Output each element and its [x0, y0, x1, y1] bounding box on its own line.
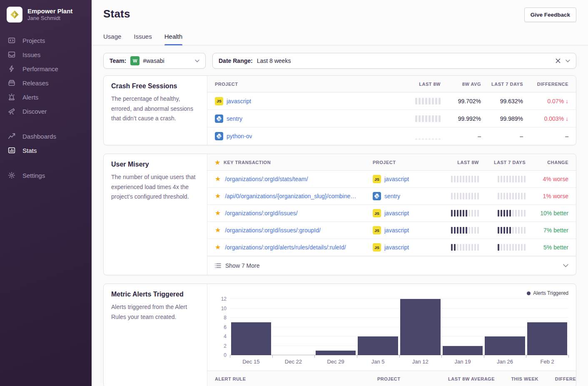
crash-free-sessions-panel: Crash Free Sessions The percentage of he…	[103, 75, 576, 145]
sidebar-item-releases[interactable]: Releases	[0, 76, 92, 90]
sparkline-last-8w	[439, 193, 479, 199]
sidebar-item-projects[interactable]: Projects	[0, 33, 92, 47]
sidebar-item-label: Issues	[22, 51, 40, 58]
app-root: Empower Plant Jane Schmidt ProjectsIssue…	[0, 0, 588, 386]
page-body: Team: W #wasabi Date Range: Last 8 weeks	[92, 45, 588, 386]
project-cell: sentry	[215, 115, 391, 123]
sparkline-cell	[391, 133, 441, 139]
x-axis-tick	[399, 355, 400, 358]
column-header-difference: Difference	[523, 82, 568, 87]
x-axis-label: Jan 19	[441, 359, 484, 365]
sidebar-item-label: Stats	[22, 147, 37, 154]
project-link[interactable]: javascript	[384, 227, 409, 234]
chart-bar[interactable]	[485, 336, 525, 355]
last-7-days-value: 99.632%	[481, 98, 523, 105]
org-switcher[interactable]: Empower Plant Jane Schmidt	[0, 7, 92, 22]
project-link[interactable]: javascript	[227, 98, 251, 105]
team-selector[interactable]: Team: W #wasabi	[103, 53, 206, 69]
project-link[interactable]: javascript	[384, 210, 409, 217]
y-axis-label: 12	[215, 296, 227, 302]
transaction-link[interactable]: /organizations/:orgId/issues/:groupId/	[225, 227, 321, 234]
star-icon[interactable]: ★	[215, 193, 221, 199]
star-icon[interactable]: ★	[215, 244, 221, 251]
chart-bar[interactable]	[316, 351, 356, 355]
sidebar-nav-group: DashboardsStats	[0, 129, 92, 157]
date-range-selector[interactable]: Date Range: Last 8 weeks	[212, 53, 576, 69]
chart-bar-slot	[272, 299, 315, 355]
chart-bar[interactable]	[527, 322, 568, 355]
user-misery-description: The number of unique users that experien…	[111, 172, 199, 202]
sparkline-last-8w	[439, 210, 479, 217]
alert-rules-table-header: Alert RuleProjectLast 8W AverageThis Wee…	[207, 371, 576, 386]
tab-issues[interactable]: Issues	[134, 33, 152, 45]
show-more-label: Show 7 More	[225, 262, 259, 269]
project-link[interactable]: sentry	[384, 193, 400, 199]
project-link[interactable]: sentry	[227, 115, 242, 122]
difference-value: 0.003% ↓	[523, 115, 568, 122]
project-link[interactable]: javascript	[384, 244, 409, 251]
sidebar-item-dashboards[interactable]: Dashboards	[0, 129, 92, 143]
table-row: python-ov–––	[207, 127, 576, 145]
crash-free-sessions-table: ProjectLast 8W8W AvgLast 7 DaysDifferenc…	[207, 76, 576, 145]
alerts-icon	[7, 93, 16, 101]
difference-value: 0.07% ↓	[523, 98, 568, 105]
transaction-link[interactable]: /organizations/:orgId/stats/team/	[225, 176, 308, 182]
chart-bar[interactable]	[231, 322, 272, 355]
project-cell: python-ov	[215, 132, 391, 140]
column-header-last-7-days: Last 7 Days	[481, 82, 523, 87]
star-icon[interactable]: ★	[215, 227, 221, 234]
column-header-difference: Difference	[538, 376, 576, 381]
transaction-link[interactable]: /organizations/:orgId/alerts/rules/detai…	[225, 244, 346, 251]
key-transaction-cell: ★/organizations/:orgId/alerts/rules/deta…	[215, 244, 373, 251]
chart-bar-slot	[399, 299, 442, 355]
filter-bar: Team: W #wasabi Date Range: Last 8 weeks	[103, 53, 576, 69]
x-axis-label: Dec 29	[314, 359, 357, 365]
sparkline-cell	[479, 193, 526, 199]
transaction-link[interactable]: /organizations/:orgId/issues/	[225, 210, 297, 217]
sidebar-item-alerts[interactable]: Alerts	[0, 90, 92, 104]
column-header-alert-rule: Alert Rule	[215, 376, 377, 381]
user-misery-info: User Misery The number of unique users t…	[104, 154, 207, 275]
column-header-this-week: This Week	[495, 376, 538, 381]
sidebar-item-label: Discover	[22, 108, 47, 115]
sidebar-nav: ProjectsIssuesPerformanceReleasesAlertsD…	[0, 33, 92, 182]
chart-bar[interactable]	[443, 346, 483, 356]
column-header-key-transaction: ★ Key Transaction	[215, 159, 373, 165]
tab-health[interactable]: Health	[164, 33, 182, 45]
sparkline-last-7-days	[479, 176, 526, 182]
sidebar-item-label: Projects	[22, 37, 45, 44]
sidebar-item-performance[interactable]: Performance	[0, 62, 92, 76]
column-header-last-8w: Last 8W	[391, 82, 441, 87]
project-link[interactable]: javascript	[384, 176, 409, 182]
page-header: Stats Give Feedback UsageIssuesHealth	[92, 0, 588, 45]
sidebar-item-issues[interactable]: Issues	[0, 47, 92, 62]
show-more-row[interactable]: Show 7 More	[207, 256, 576, 275]
user-misery-table-body: ★/organizations/:orgId/stats/team/JSjava…	[207, 171, 576, 256]
star-icon[interactable]: ★	[215, 210, 221, 217]
give-feedback-button[interactable]: Give Feedback	[524, 7, 576, 22]
sparkline-cell	[439, 210, 479, 217]
user-name: Jane Schmidt	[27, 15, 72, 22]
crash-free-sessions-info: Crash Free Sessions The percentage of he…	[104, 76, 207, 145]
chevron-down-icon[interactable]	[563, 264, 568, 267]
star-icon[interactable]: ★	[215, 176, 221, 182]
project-cell: JSjavascript	[373, 175, 439, 183]
sidebar-nav-group: Settings	[0, 168, 92, 182]
x-axis-tick	[314, 355, 315, 358]
avg-value: –	[441, 133, 481, 139]
chart-bar[interactable]	[400, 299, 441, 355]
chart-bars	[230, 299, 568, 355]
org-name: Empower Plant	[27, 7, 72, 15]
chart-bar[interactable]	[358, 336, 398, 355]
transaction-link[interactable]: /api/0/organizations/{organization_slug}…	[225, 193, 356, 199]
x-axis-tick	[484, 355, 484, 358]
sidebar-item-stats[interactable]: Stats	[0, 143, 92, 157]
sidebar-item-discover[interactable]: Discover	[0, 104, 92, 118]
clear-date-icon[interactable]	[556, 58, 561, 63]
team-avatar: W	[130, 56, 140, 65]
project-link[interactable]: python-ov	[227, 133, 252, 139]
table-row: ★/organizations/:orgId/issues/JSjavascri…	[207, 205, 576, 222]
x-axis-label: Jan 26	[484, 359, 526, 365]
tab-usage[interactable]: Usage	[103, 33, 121, 45]
sidebar-item-settings[interactable]: Settings	[0, 168, 92, 182]
